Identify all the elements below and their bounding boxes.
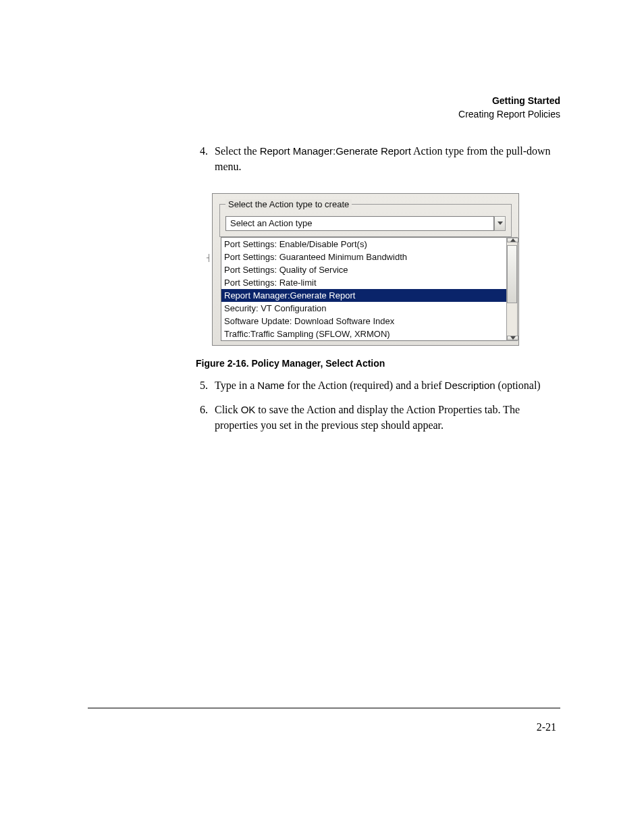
action-type-dialog: ┤ Select the Action type to create Selec… xyxy=(212,193,519,346)
text: Type in a xyxy=(215,380,257,391)
combobox-dropdown-button[interactable] xyxy=(494,216,506,231)
combobox-value[interactable]: Select an Action type xyxy=(225,216,494,231)
code-text: Report Manager:Generate Report xyxy=(260,145,411,157)
code-text: Name xyxy=(257,380,284,391)
listbox-option[interactable]: Port Settings: Quality of Service xyxy=(221,263,506,276)
tree-connector-icon: ┤ xyxy=(207,254,211,261)
chevron-down-icon xyxy=(510,336,516,340)
step-body: Type in a Name for the Action (required)… xyxy=(215,378,560,393)
listbox-option[interactable]: Port Settings: Guaranteed Minimum Bandwi… xyxy=(221,251,506,263)
listbox-option[interactable]: Port Settings: Rate-limit xyxy=(221,276,506,289)
chevron-up-icon xyxy=(510,238,516,242)
listbox-option[interactable]: Security: VT Configuration xyxy=(221,302,506,315)
figure-caption: Figure 2-16. Policy Manager, Select Acti… xyxy=(196,358,560,369)
listbox-items: Port Settings: Enable/Disable Port(s)Por… xyxy=(221,237,506,341)
listbox-scrollbar[interactable] xyxy=(506,237,518,341)
listbox-option[interactable]: Report Manager:Generate Report xyxy=(221,289,506,302)
group-legend: Select the Action type to create xyxy=(225,199,352,209)
listbox-option[interactable]: Software Update: Download Software Index xyxy=(221,315,506,328)
code-text: OK xyxy=(241,404,256,415)
text: for the Action (required) and a brief xyxy=(284,380,444,391)
scroll-down-button[interactable] xyxy=(507,336,518,340)
step-4: 4. Select the Report Manager:Generate Re… xyxy=(196,144,560,174)
content-area: 4. Select the Report Manager:Generate Re… xyxy=(196,144,560,433)
page-header: Getting Started Creating Report Policies xyxy=(88,95,560,121)
header-subtitle: Creating Report Policies xyxy=(88,108,560,122)
header-title: Getting Started xyxy=(88,95,560,108)
text: to save the Action and display the Actio… xyxy=(215,404,520,430)
step-number: 5. xyxy=(196,378,215,393)
code-text: Description xyxy=(445,380,495,391)
step-6: 6. Click OK to save the Action and displ… xyxy=(196,402,560,433)
listbox-option[interactable]: Traffic:Traffic Sampling (SFLOW, XRMON) xyxy=(221,328,506,340)
step-body: Select the Report Manager:Generate Repor… xyxy=(215,144,560,174)
page-number: 2-21 xyxy=(537,721,556,733)
step-number: 6. xyxy=(196,402,215,433)
text: Select the xyxy=(215,145,260,157)
listbox-option[interactable]: Port Settings: Enable/Disable Port(s) xyxy=(221,238,506,251)
figure-2-16: ┤ Select the Action type to create Selec… xyxy=(212,193,560,346)
action-type-group: Select the Action type to create Select … xyxy=(219,199,512,237)
text: Click xyxy=(215,404,241,415)
text: (optional) xyxy=(495,380,541,391)
step-5: 5. Type in a Name for the Action (requir… xyxy=(196,378,560,393)
chevron-down-icon xyxy=(498,221,503,225)
scroll-track[interactable] xyxy=(507,242,517,336)
step-body: Click OK to save the Action and display … xyxy=(215,402,560,433)
scroll-thumb[interactable] xyxy=(507,245,517,303)
footer-rule xyxy=(88,708,560,708)
action-type-combobox[interactable]: Select an Action type xyxy=(225,216,506,231)
scroll-up-button[interactable] xyxy=(507,238,518,242)
step-number: 4. xyxy=(196,144,215,174)
action-type-listbox[interactable]: Port Settings: Enable/Disable Port(s)Por… xyxy=(221,237,518,341)
